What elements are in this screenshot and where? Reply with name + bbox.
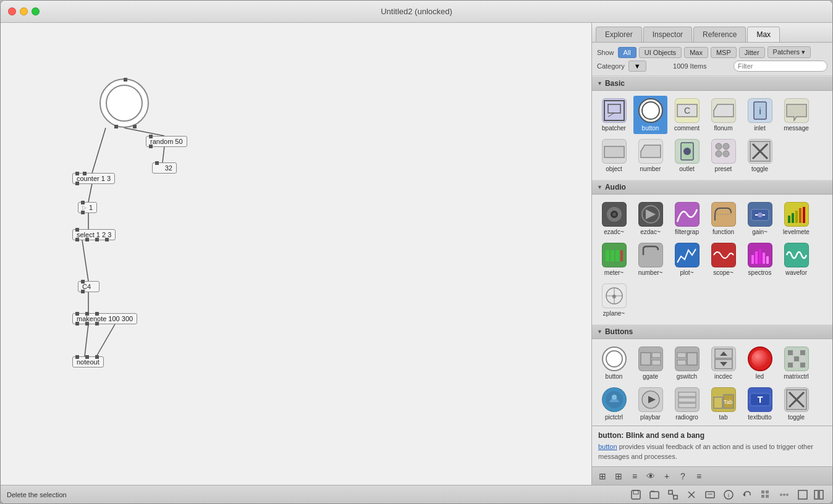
obj-zplane[interactable]: ⊕ zplane~ bbox=[597, 281, 631, 319]
toolbar-misc[interactable] bbox=[777, 487, 792, 502]
maximize-button[interactable] bbox=[32, 7, 40, 15]
obj-button[interactable]: button bbox=[633, 96, 667, 134]
obj-ezadc[interactable]: ezadc~ bbox=[597, 200, 631, 238]
search-input[interactable] bbox=[734, 61, 827, 72]
svg-point-108 bbox=[780, 494, 782, 496]
panel-icon-eye[interactable]: 👁 bbox=[644, 469, 658, 483]
obj-incdec[interactable]: incdec bbox=[706, 344, 740, 382]
counter-node[interactable]: counter 1 3 bbox=[72, 173, 115, 184]
obj-led[interactable]: led bbox=[743, 344, 777, 382]
panel-icon-list[interactable]: ≡ bbox=[628, 469, 641, 483]
view-split[interactable] bbox=[811, 487, 826, 502]
obj-levelmete[interactable]: levelmete bbox=[779, 200, 813, 238]
obj-meter[interactable]: meter~ bbox=[597, 240, 631, 279]
wavefor-icon bbox=[784, 243, 809, 267]
filter-jitter[interactable]: Jitter bbox=[739, 47, 765, 58]
num1-node[interactable]: ▷ 1 bbox=[78, 202, 97, 213]
tab-max[interactable]: Max bbox=[747, 27, 780, 42]
textbutto-icon: T bbox=[748, 387, 772, 412]
obj-outlet[interactable]: outlet bbox=[670, 136, 704, 175]
toolbar-save[interactable] bbox=[628, 487, 643, 502]
playbar-icon bbox=[638, 387, 663, 412]
toolbar-open[interactable] bbox=[647, 487, 662, 502]
obj-pictctrl[interactable]: pictctrl bbox=[597, 385, 631, 423]
obj-gswitch[interactable]: gswitch bbox=[670, 344, 704, 382]
obj-tab[interactable]: Tab tab bbox=[706, 385, 740, 423]
panel-icon-grid2[interactable]: ⊞ bbox=[612, 469, 625, 483]
obj-inlet[interactable]: i inlet bbox=[743, 96, 777, 134]
desc-link[interactable]: button bbox=[598, 443, 617, 450]
category-header-basic[interactable]: ▼ Basic bbox=[592, 76, 832, 91]
obj-message[interactable]: message bbox=[779, 96, 813, 134]
toolbar-msg[interactable] bbox=[703, 487, 717, 502]
filter-ui[interactable]: UI Objects bbox=[639, 47, 682, 58]
close-button[interactable] bbox=[8, 7, 16, 15]
obj-toggle2[interactable]: toggle bbox=[779, 385, 813, 423]
obj-toggle[interactable]: toggle bbox=[743, 136, 777, 175]
obj-function[interactable]: function bbox=[706, 200, 740, 238]
plot-icon bbox=[675, 243, 700, 267]
obj-wavefor[interactable]: wavefor bbox=[779, 240, 813, 279]
panel-icon-grid1[interactable]: ⊞ bbox=[596, 469, 609, 483]
category-dropdown[interactable]: ▼ bbox=[628, 61, 646, 72]
toolbar-info[interactable]: i bbox=[721, 487, 736, 502]
svg-rect-111 bbox=[798, 490, 807, 499]
obj-number2[interactable]: number~ bbox=[633, 240, 667, 279]
meter-icon bbox=[602, 243, 627, 267]
obj-filtergrap[interactable]: filtergrap bbox=[670, 200, 704, 238]
num32-node[interactable]: 32 bbox=[152, 162, 177, 174]
panel-icon-menu[interactable]: ≡ bbox=[692, 469, 706, 483]
circle-node[interactable] bbox=[99, 78, 149, 128]
toolbar-undo[interactable] bbox=[740, 487, 755, 502]
filter-all[interactable]: All bbox=[618, 47, 636, 58]
obj-plot[interactable]: plot~ bbox=[670, 240, 704, 279]
select-node[interactable]: select 1 2 3 bbox=[72, 229, 116, 240]
obj-number[interactable]: number bbox=[633, 136, 667, 175]
c4-node[interactable]: C4 bbox=[78, 281, 99, 292]
tab-explorer[interactable]: Explorer bbox=[596, 27, 642, 42]
svg-rect-107 bbox=[766, 495, 769, 498]
obj-ezdac[interactable]: ezdac~ bbox=[633, 200, 667, 238]
obj-bpatcher[interactable]: bpatcher bbox=[597, 96, 631, 134]
playbar-label: playbar bbox=[640, 414, 661, 421]
inlet-icon: i bbox=[748, 98, 772, 123]
obj-matrixctrl[interactable]: matrixctrl bbox=[779, 344, 813, 382]
panel-icon-add[interactable]: + bbox=[660, 469, 674, 483]
obj-preset[interactable]: preset bbox=[706, 136, 740, 175]
minimize-button[interactable] bbox=[20, 7, 28, 15]
svg-point-25 bbox=[716, 151, 722, 157]
obj-gain[interactable]: gain~ bbox=[743, 200, 777, 238]
obj-comment[interactable]: C comment bbox=[670, 96, 704, 134]
description-bar: button: Blink and send a bang button pro… bbox=[592, 426, 832, 466]
noteout-node[interactable]: noteout bbox=[72, 356, 104, 368]
obj-scope[interactable]: scope~ bbox=[706, 240, 740, 279]
toolbar-patch[interactable] bbox=[666, 487, 680, 502]
panel-icon-help[interactable]: ? bbox=[676, 469, 690, 483]
obj-spectros[interactable]: spectros bbox=[743, 240, 777, 279]
filter-patchers[interactable]: Patchers ▾ bbox=[767, 46, 811, 58]
svg-rect-57 bbox=[641, 353, 651, 365]
makenote-node[interactable]: makenote 100 300 bbox=[72, 313, 137, 324]
view-single[interactable] bbox=[795, 487, 810, 502]
obj-btn[interactable]: button bbox=[597, 344, 631, 382]
obj-flonum[interactable]: flonum bbox=[706, 96, 740, 134]
obj-textbutto[interactable]: T textbutto bbox=[743, 385, 777, 423]
obj-object[interactable]: object bbox=[597, 136, 631, 175]
random-node[interactable]: random 50 bbox=[146, 136, 187, 147]
obj-ggate[interactable]: ggate bbox=[633, 344, 667, 382]
filter-msp[interactable]: MSP bbox=[711, 47, 737, 58]
svg-text:Tab: Tab bbox=[723, 399, 732, 405]
toolbar-matrix[interactable] bbox=[758, 487, 773, 502]
tab-inspector[interactable]: Inspector bbox=[643, 27, 692, 42]
svg-rect-69 bbox=[800, 350, 805, 355]
panel-content[interactable]: ▼ Basic bpatcher bbox=[592, 76, 832, 426]
svg-text:C: C bbox=[683, 106, 690, 116]
toolbar-close[interactable] bbox=[684, 487, 699, 502]
filter-max[interactable]: Max bbox=[684, 47, 708, 58]
patch-canvas[interactable]: random 50 32 counter 1 3 ▷ 1 bbox=[1, 23, 591, 485]
obj-playbar[interactable]: playbar bbox=[633, 385, 667, 423]
category-header-buttons[interactable]: ▼ Buttons bbox=[592, 324, 832, 339]
category-header-audio[interactable]: ▼ Audio bbox=[592, 180, 832, 195]
obj-radiogro[interactable]: radiogro bbox=[670, 385, 704, 423]
tab-reference[interactable]: Reference bbox=[693, 27, 746, 42]
